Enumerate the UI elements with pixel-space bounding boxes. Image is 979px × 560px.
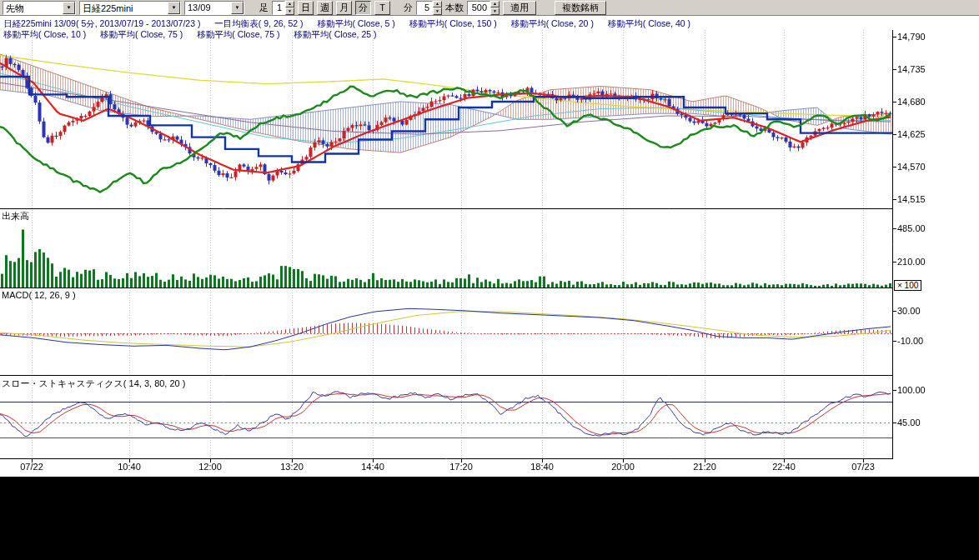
period-day-button[interactable]: 日 <box>298 1 314 15</box>
bar-interval-spinner[interactable]: 1 ▲ ▼ <box>272 1 294 15</box>
chevron-down-icon[interactable]: ▼ <box>63 2 75 14</box>
time-axis-label: 07/23 <box>851 462 875 472</box>
spin-down-icon[interactable]: ▼ <box>285 8 294 15</box>
time-axis-label: 13:20 <box>280 462 304 472</box>
minute-value[interactable]: 5 <box>416 1 433 15</box>
bar-count-spinner[interactable]: 500 ▲ ▼ <box>467 1 500 15</box>
legend-item: 移動平均( Close, 75 ) <box>100 29 183 39</box>
time-axis-label: 18:40 <box>530 462 554 472</box>
contract-month-combobox-value: 13/09 <box>185 2 231 14</box>
period-month-button[interactable]: 月 <box>336 1 352 15</box>
bar-count-value[interactable]: 500 <box>467 1 490 15</box>
apply-button[interactable]: 適用 <box>503 1 536 15</box>
symbol-combobox[interactable]: 日経225mini ▼ <box>79 1 181 15</box>
legend-item: 移動平均( Close, 25 ) <box>294 29 376 39</box>
chevron-down-icon[interactable]: ▼ <box>168 2 180 14</box>
legend-item: 移動平均( Close, 75 ) <box>197 29 279 39</box>
volume-panel-title: 出来高 <box>2 210 29 222</box>
time-axis-label: 12:00 <box>198 462 222 472</box>
chart-canvas[interactable] <box>0 0 979 477</box>
legend-item: 移動平均( Close, 150 ) <box>409 18 497 28</box>
spin-down-icon[interactable]: ▼ <box>433 8 442 15</box>
period-week-button[interactable]: 週 <box>317 1 333 15</box>
time-axis-label: 07/22 <box>20 462 43 472</box>
price-axis-label: 14,625 <box>897 129 926 139</box>
legend-item: 日経225mini 13/09( 5分, 2013/07/19 - 2013/0… <box>3 18 200 28</box>
period-minute-button[interactable]: 分 <box>355 1 371 15</box>
trading-app-window: 先物 ▼ 日経225mini ▼ 13/09 ▼ 足 1 ▲ ▼ 日 週 月 分… <box>0 0 979 560</box>
volume-axis-label: 210.00 <box>897 257 926 267</box>
legend-item: 移動平均( Close, 20 ) <box>511 18 594 28</box>
empty-area <box>0 477 979 560</box>
category-combobox[interactable]: 先物 ▼ <box>3 1 76 15</box>
spin-up-icon[interactable]: ▲ <box>285 1 294 8</box>
period-tick-button[interactable]: T <box>374 1 390 15</box>
time-axis-label: 10:40 <box>118 462 141 472</box>
toolbar: 先物 ▼ 日経225mini ▼ 13/09 ▼ 足 1 ▲ ▼ 日 週 月 分… <box>0 0 979 16</box>
bar-count-label: 本数 <box>445 2 464 14</box>
contract-month-combobox[interactable]: 13/09 ▼ <box>184 1 244 15</box>
price-axis-label: 14,790 <box>897 32 926 42</box>
spin-up-icon[interactable]: ▲ <box>490 1 500 8</box>
minute-unit-label: 分 <box>404 2 413 14</box>
symbol-combobox-value: 日経225mini <box>80 2 168 14</box>
spin-up-icon[interactable]: ▲ <box>433 1 442 8</box>
time-axis-label: 22:40 <box>772 462 796 472</box>
multi-symbol-button[interactable]: 複数銘柄 <box>555 1 606 15</box>
legend-item: 移動平均( Close, 10 ) <box>3 29 86 39</box>
time-axis-label: 21:20 <box>693 462 716 472</box>
legend-row-2: 移動平均( Close, 10 ) 移動平均( Close, 75 ) 移動平均… <box>3 29 389 41</box>
legend-row-1: 日経225mini 13/09( 5分, 2013/07/19 - 2013/0… <box>3 18 702 30</box>
legend-item: 一目均衡表( 9, 26, 52 ) <box>214 18 303 28</box>
price-axis-label: 14,570 <box>897 162 926 172</box>
macd-panel-title: MACD( 12, 26, 9 ) <box>2 290 76 300</box>
time-axis-label: 17:20 <box>449 462 473 472</box>
bar-interval-value[interactable]: 1 <box>272 1 285 15</box>
chevron-down-icon[interactable]: ▼ <box>231 2 243 14</box>
minute-value-spinner[interactable]: 5 ▲ ▼ <box>416 1 442 15</box>
time-axis-label: 14:40 <box>361 462 384 472</box>
spin-down-icon[interactable]: ▼ <box>490 8 500 15</box>
legend-item: 移動平均( Close, 5 ) <box>317 18 394 28</box>
stoch-axis-label: 100.00 <box>897 385 926 395</box>
price-axis-label: 14,735 <box>897 64 926 74</box>
price-axis-label: 14,515 <box>897 194 926 204</box>
price-axis-label: 14,680 <box>897 97 926 107</box>
time-axis-label: 20:00 <box>611 462 635 472</box>
macd-axis-label: -10.00 <box>897 336 923 346</box>
volume-axis-label: 485.00 <box>897 223 926 233</box>
volume-unit-badge: × 100 <box>894 280 921 291</box>
macd-axis-label: 30.00 <box>897 306 921 316</box>
bar-type-label: 足 <box>259 2 269 14</box>
legend-item: 移動平均( Close, 40 ) <box>608 18 690 28</box>
stoch-axis-label: 45.00 <box>897 418 921 428</box>
category-combobox-value: 先物 <box>3 2 63 14</box>
stochastics-panel-title: スロー・ストキャスティクス( 14, 3, 80, 20 ) <box>2 378 185 390</box>
